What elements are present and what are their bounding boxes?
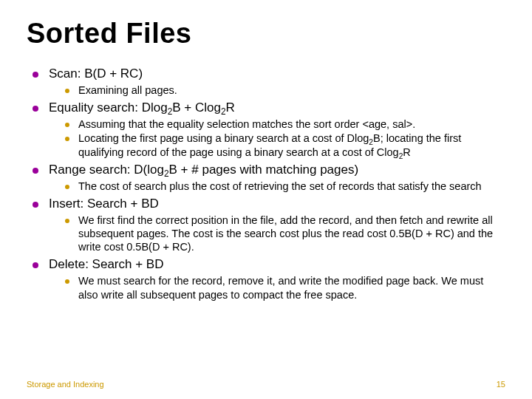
bullet-icon [33, 262, 38, 268]
list-item: Equality search: Dlog2B + Clog2RAssuming… [33, 100, 505, 158]
sub-list: We must search for the record, remove it… [33, 274, 505, 301]
sub-list: The cost of search plus the cost of retr… [33, 180, 505, 193]
sub-item-text: Examining all pages. [78, 83, 505, 97]
bullet-icon [65, 89, 69, 93]
list-item: Insert: Search + BDWe first find the cor… [33, 196, 505, 253]
list-item: Scan: B(D + RC)Examining all pages. [33, 66, 505, 97]
item-heading: Insert: Search + BD [49, 196, 505, 212]
item-heading: Range search: D(log2B + # pages with mat… [49, 162, 505, 178]
bullet-icon [65, 137, 69, 141]
item-heading: Equality search: Dlog2B + Clog2R [49, 100, 505, 116]
sub-list: We first find the correct position in th… [33, 214, 505, 253]
item-heading: Delete: Search + BD [49, 256, 505, 273]
sub-item-text: We must search for the record, remove it… [78, 274, 505, 301]
bullet-icon [33, 106, 38, 112]
sub-list: Assuming that the equality selection mat… [33, 117, 505, 158]
sub-item-text: Assuming that the equality selection mat… [78, 117, 505, 131]
bullet-icon [33, 72, 38, 78]
sub-list-item: Examining all pages. [65, 83, 505, 97]
list-item: Range search: D(log2B + # pages with mat… [33, 162, 505, 193]
sub-list-item: Locating the first page using a binary s… [65, 132, 505, 158]
bullet-list: Scan: B(D + RC)Examining all pages.Equal… [27, 66, 505, 301]
footer-left: Storage and Indexing [27, 380, 104, 389]
footer: Storage and Indexing 15 [27, 380, 505, 389]
sub-item-text: Locating the first page using a binary s… [78, 132, 505, 158]
sub-list-item: Assuming that the equality selection mat… [65, 117, 505, 131]
sub-list-item: The cost of search plus the cost of retr… [65, 180, 505, 193]
sub-item-text: The cost of search plus the cost of retr… [78, 180, 505, 193]
sub-list-item: We must search for the record, remove it… [65, 274, 505, 301]
bullet-icon [65, 123, 69, 127]
sub-list: Examining all pages. [33, 83, 505, 97]
footer-page-number: 15 [497, 380, 505, 389]
sub-list-item: We first find the correct position in th… [65, 214, 505, 253]
bullet-icon [65, 185, 69, 189]
bullet-icon [33, 202, 38, 208]
slide-title: Sorted Files [27, 18, 505, 50]
bullet-icon [65, 279, 69, 284]
item-heading: Scan: B(D + RC) [49, 66, 505, 82]
bullet-icon [65, 219, 69, 223]
sub-item-text: We first find the correct position in th… [78, 214, 505, 253]
list-item: Delete: Search + BDWe must search for th… [33, 256, 505, 301]
bullet-icon [33, 168, 38, 174]
